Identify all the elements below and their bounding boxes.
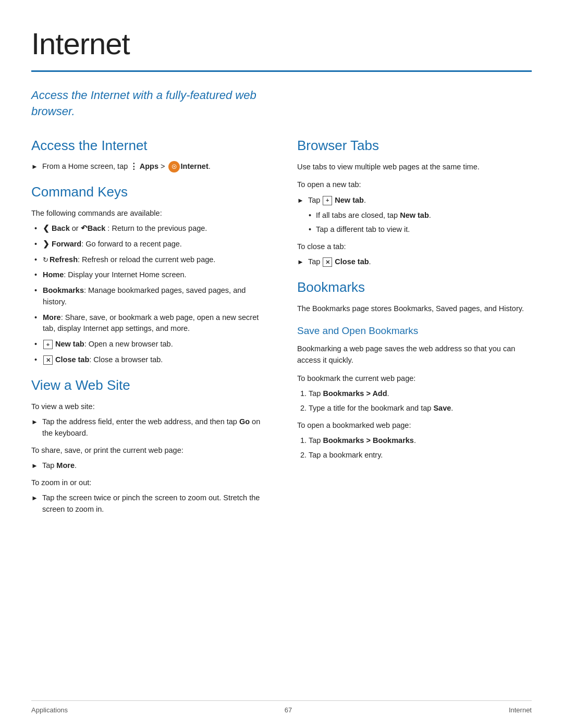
view-web-site-heading: View a Web Site (31, 375, 266, 396)
view-site-step2: ► Tap More. (31, 460, 266, 472)
footer-right: Internet (509, 705, 532, 715)
view-site-intro3: To zoom in or out: (31, 477, 266, 488)
command-home: Home: Display your Internet Home screen. (31, 269, 266, 281)
command-close-tab: ✕ Close tab: Close a browser tab. (31, 354, 266, 366)
arrow-icon-4: ► (297, 195, 304, 206)
close-tab-icon: ✕ (43, 355, 53, 365)
access-internet-text: From a Home screen, tap ⋮ Apps > ☉Intern… (42, 161, 266, 172)
footer-left: Applications (31, 705, 68, 715)
refresh-icon: ↻ (43, 255, 48, 265)
section-view-web-site: View a Web Site To view a web site: ► Ta… (31, 375, 266, 515)
new-tab-sub-item-1: If all tabs are closed, tap New tab. (308, 210, 532, 221)
more-label: More (43, 313, 61, 322)
back-chevron-icon: ❮ Back (43, 224, 70, 232)
bookmark-current-intro: To bookmark the current web page: (297, 373, 532, 384)
refresh-label: Refresh (50, 255, 78, 264)
save-open-bookmarks-intro: Bookmarking a web page saves the web add… (297, 343, 532, 366)
command-back: ❮ Back or ↶Back : Return to the previous… (31, 223, 266, 235)
view-site-step3: ► Tap the screen twice or pinch the scre… (31, 492, 266, 515)
new-tab-icon: + (43, 340, 53, 349)
new-tab-label: New tab (55, 340, 84, 348)
bookmark-current-list: Tap Bookmarks > Add. Type a title for th… (297, 388, 532, 414)
new-tab-label-2: New tab (335, 196, 364, 204)
main-content: Access the Internet ► From a Home screen… (31, 135, 532, 525)
arrow-right-icon: ► (31, 162, 38, 172)
open-new-tab-intro: To open a new tab: (297, 179, 532, 190)
internet-app-icon: ☉ (168, 161, 180, 172)
close-tab-icon-2: ✕ (323, 257, 332, 267)
new-tab-bold-1: New tab (400, 211, 429, 219)
section-command-keys: Command Keys The following commands are … (31, 182, 266, 366)
command-forward: ❯ Forward: Go forward to a recent page. (31, 239, 266, 250)
back-arrow-icon: ↶Back (81, 224, 106, 232)
new-tab-sub-item-2: Tap a different tab to view it. (308, 224, 532, 236)
arrow-icon-5: ► (297, 257, 304, 267)
section-browser-tabs: Browser Tabs Use tabs to view multiple w… (297, 135, 532, 268)
access-internet-heading: Access the Internet (31, 135, 266, 156)
arrow-icon-2: ► (31, 461, 38, 471)
view-site-step1: ► Tap the address field, enter the web a… (31, 416, 266, 439)
page-footer: Applications 67 Internet (31, 700, 532, 715)
arrow-icon-1: ► (31, 417, 38, 427)
command-keys-list: ❮ Back or ↶Back : Return to the previous… (31, 223, 266, 366)
page: Internet Access the Internet with a full… (0, 0, 563, 728)
section-bookmarks: Bookmarks The Bookmarks page stores Book… (297, 277, 532, 461)
internet-label: Internet (181, 162, 209, 170)
command-refresh: ↻Refresh: Refresh or reload the current … (31, 254, 266, 266)
footer-center: 67 (285, 705, 292, 715)
view-site-intro1: To view a web site: (31, 401, 266, 412)
command-new-tab: + New tab: Open a new browser tab. (31, 339, 266, 350)
view-site-text2: Tap More. (42, 460, 266, 472)
home-label: Home (43, 270, 64, 279)
open-new-tab-step: ► Tap + New tab. (297, 195, 532, 206)
close-tab-step: ► Tap ✕ Close tab. (297, 256, 532, 268)
bookmarks-add-label: Bookmarks > Add (323, 389, 387, 398)
view-site-text3: Tap the screen twice or pinch the screen… (42, 492, 266, 515)
bookmark-step-1: Tap Bookmarks > Add. (309, 388, 532, 400)
title-rule (31, 70, 532, 72)
view-site-text1: Tap the address field, enter the web add… (42, 416, 266, 439)
new-tab-sub-list: If all tabs are closed, tap New tab. Tap… (297, 210, 532, 236)
open-new-tab-text: Tap + New tab. (308, 195, 532, 206)
close-tab-label: Close tab (55, 355, 89, 364)
close-tab-text: Tap ✕ Close tab. (308, 256, 532, 268)
view-site-intro2: To share, save, or print the current web… (31, 445, 266, 456)
page-title: Internet (31, 21, 532, 66)
left-column: Access the Internet ► From a Home screen… (31, 135, 266, 525)
open-bookmark-step-1: Tap Bookmarks > Bookmarks. (309, 435, 532, 447)
command-keys-intro: The following commands are available: (31, 207, 266, 219)
right-column: Browser Tabs Use tabs to view multiple w… (297, 135, 532, 471)
browser-tabs-intro: Use tabs to view multiple web pages at t… (297, 161, 532, 172)
command-keys-heading: Command Keys (31, 182, 266, 202)
open-bookmark-step-2: Tap a bookmark entry. (309, 450, 532, 461)
intro-text: Access the Internet with a fully-feature… (31, 88, 261, 120)
command-bookmarks: Bookmarks: Manage bookmarked pages, save… (31, 285, 266, 308)
bookmarks-heading: Bookmarks (297, 277, 532, 298)
close-tab-label-2: Close tab (335, 257, 369, 266)
save-label: Save (433, 404, 451, 412)
apps-label: ⋮ Apps (130, 162, 158, 170)
forward-chevron-icon: ❯ Forward (43, 240, 81, 248)
more-label-2: More (56, 461, 75, 470)
section-access-internet: Access the Internet ► From a Home screen… (31, 135, 266, 172)
browser-tabs-heading: Browser Tabs (297, 135, 532, 156)
bookmarks-label: Bookmarks (43, 286, 84, 294)
bookmark-step-2: Type a title for the bookmark and tap Sa… (309, 403, 532, 414)
command-more: More: Share, save, or bookmark a web pag… (31, 312, 266, 335)
open-bookmark-list: Tap Bookmarks > Bookmarks. Tap a bookmar… (297, 435, 532, 461)
bookmarks-bookmarks-label: Bookmarks > Bookmarks (323, 436, 413, 445)
access-internet-step: ► From a Home screen, tap ⋮ Apps > ☉Inte… (31, 161, 266, 172)
save-open-bookmarks-heading: Save and Open Bookmarks (297, 324, 532, 339)
go-label: Go (239, 417, 250, 426)
close-tab-intro: To close a tab: (297, 241, 532, 252)
new-tab-icon-2: + (323, 196, 332, 205)
open-bookmark-intro: To open a bookmarked web page: (297, 419, 532, 431)
bookmarks-intro: The Bookmarks page stores Bookmarks, Sav… (297, 303, 532, 314)
arrow-icon-3: ► (31, 493, 38, 503)
